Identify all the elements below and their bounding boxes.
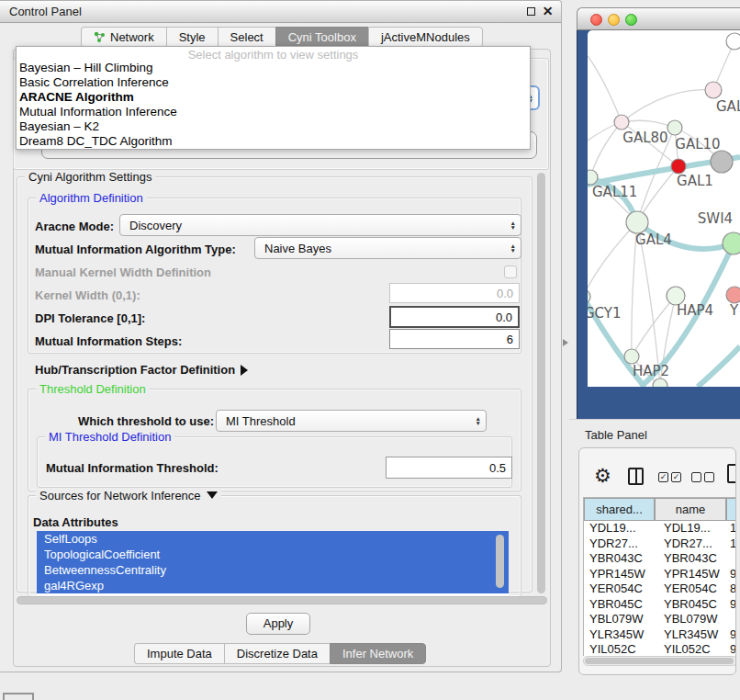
select-all-icon[interactable]: ✓✓ <box>658 472 681 482</box>
node-bottom[interactable] <box>653 378 667 387</box>
mi-steps-label: Mutual Information Steps: <box>35 334 182 348</box>
node-gray[interactable] <box>711 151 733 173</box>
algorithm-option[interactable]: Basic Correlation Inference <box>17 75 530 90</box>
node-gal10[interactable] <box>667 120 682 135</box>
tab-select[interactable]: Select <box>218 27 275 48</box>
kernel-width-label: Kernel Width (0,1): <box>35 288 140 302</box>
network-edge[interactable] <box>622 120 675 128</box>
table-cell: 9. <box>726 567 736 582</box>
table-cell <box>726 551 736 567</box>
table-row[interactable]: YER054CYER054C8. <box>584 581 736 597</box>
table-row[interactable]: YLR345WYLR345W9. <box>584 627 736 643</box>
tab-jactivemnodules[interactable]: jActiveMNodules <box>368 27 483 48</box>
column-header-clipped[interactable] <box>726 498 736 521</box>
deselect-all-icon[interactable] <box>691 472 714 482</box>
table-row[interactable]: YBR045CYBR045C9. <box>584 597 736 613</box>
algorithm-option[interactable]: Bayesian – Hill Climbing <box>17 61 530 75</box>
table-row[interactable]: YBR043CYBR043C <box>584 551 736 567</box>
node-label-gal11: GAL11 <box>592 184 637 200</box>
node-swi4[interactable] <box>723 232 740 254</box>
settings-horizontal-scrollbar[interactable] <box>17 596 547 604</box>
table-cell: YDL19... <box>584 521 655 536</box>
column-header-shared-name[interactable]: shared... <box>584 498 655 521</box>
tab-network[interactable]: Network <box>81 27 166 48</box>
table-cell: 9. <box>726 597 736 613</box>
attribute-item[interactable]: gal4RGexp <box>37 578 509 593</box>
settings-vertical-scrollbar[interactable] <box>537 173 545 593</box>
hub-definition-toggle[interactable]: Hub/Transcription Factor Definition <box>35 363 248 377</box>
network-edge[interactable] <box>622 90 713 122</box>
attribute-item[interactable]: TopologicalCoefficient <box>37 547 509 562</box>
algorithm-option[interactable]: Dream8 DC_TDC Algorithm <box>17 134 530 149</box>
node-salmon[interactable] <box>726 287 740 303</box>
table-row[interactable]: YIL052CYIL052C9 <box>584 642 736 656</box>
table-panel-title: Table Panel <box>585 428 647 442</box>
gear-icon[interactable]: ⚙ <box>594 465 611 487</box>
node-gal80[interactable] <box>614 115 629 130</box>
which-threshold-combo[interactable]: MI Threshold ▲▼ <box>216 410 487 432</box>
mi-steps-field[interactable]: 6 <box>389 329 520 349</box>
attribute-item[interactable]: BetweennessCentrality <box>37 562 509 578</box>
kernel-width-field[interactable]: 0.0 <box>389 283 520 303</box>
tab-style[interactable]: Style <box>166 27 218 48</box>
algorithm-option[interactable]: ARACNE Algorithm <box>17 90 530 105</box>
node-gal11[interactable] <box>588 170 598 185</box>
attribute-item[interactable]: SelfLoops <box>37 531 509 547</box>
tab-discretize-data[interactable]: Discretize Data <box>224 643 330 664</box>
table-row[interactable]: YDR27...YDR27...12 <box>584 536 736 552</box>
new-table-icon[interactable] <box>727 464 736 483</box>
zoom-traffic-icon[interactable] <box>625 14 637 26</box>
float-window-icon[interactable] <box>525 6 537 17</box>
table-row[interactable]: YPR145WYPR145W9. <box>584 567 736 582</box>
panel-collapse-arrow-icon[interactable] <box>563 339 568 346</box>
node-table[interactable]: shared... name YDL19...YDL19...13YDR27..… <box>583 497 736 656</box>
attributes-list-scrollbar[interactable] <box>496 535 504 588</box>
network-edge-highlighted[interactable] <box>698 346 740 387</box>
dpi-tolerance-field[interactable]: 0.0 <box>389 306 520 328</box>
algorithm-option[interactable]: Mutual Information Inference <box>17 105 530 119</box>
manual-kernel-width-checkbox[interactable] <box>504 265 517 278</box>
node-gcy1[interactable] <box>588 289 590 304</box>
table-cell: YBR045C <box>655 597 726 613</box>
table-row[interactable]: YDL19...YDL19...13 <box>584 521 736 536</box>
table-row[interactable]: YBL079WYBL079W <box>584 612 736 627</box>
tab-infer-network[interactable]: Infer Network <box>330 643 426 664</box>
node-red[interactable] <box>671 159 686 174</box>
close-panel-icon[interactable]: ✕ <box>542 6 554 17</box>
minimize-traffic-icon[interactable] <box>608 14 620 26</box>
table-cell: YER054C <box>584 581 655 597</box>
network-view-titlebar[interactable] <box>577 7 740 30</box>
table-cell <box>726 612 736 627</box>
mi-algorithm-type-combo[interactable]: Naive Bayes ▲▼ <box>254 237 521 259</box>
data-attributes-list[interactable]: SelfLoopsTopologicalCoefficientBetweenne… <box>37 531 509 595</box>
node-hap2[interactable] <box>624 349 639 364</box>
aracne-mode-combo[interactable]: Discovery ▲▼ <box>119 214 521 236</box>
node-gal4[interactable] <box>626 211 648 233</box>
node-gal7[interactable] <box>705 82 722 98</box>
control-panel-titlebar: Control Panel ✕ <box>0 1 561 23</box>
tab-impute-data[interactable]: Impute Data <box>134 643 224 664</box>
collapse-down-icon <box>207 491 218 499</box>
table-horizontal-scrollbar[interactable] <box>585 658 734 664</box>
tab-label: Style <box>179 30 206 44</box>
network-edge[interactable] <box>588 56 622 122</box>
column-header-name[interactable]: name <box>655 498 726 521</box>
columns-icon[interactable] <box>628 468 644 485</box>
data-attributes-label: Data Attributes <box>33 515 118 529</box>
table-cell: YPR145W <box>584 567 655 582</box>
node-unlabeled-top[interactable] <box>726 33 740 50</box>
network-edge[interactable] <box>590 122 622 177</box>
close-traffic-icon[interactable] <box>590 14 602 26</box>
table-cell: YIL052C <box>584 642 655 656</box>
control-panel-tabbar: NetworkStyleSelectCyni ToolboxjActiveMNo… <box>81 27 483 48</box>
algorithm-definition-title: Algorithm Definition <box>36 191 147 205</box>
network-canvas[interactable]: GAL7GAL80GAL10GAL1GAL11GAL4SWI4GCY1HAP4Y… <box>588 30 740 387</box>
network-edge[interactable] <box>588 222 637 297</box>
tab-cyni-toolbox[interactable]: Cyni Toolbox <box>275 27 368 48</box>
mi-threshold-field[interactable]: 0.5 <box>386 457 512 479</box>
apply-button[interactable]: Apply <box>246 613 310 635</box>
table-cell: YER054C <box>655 581 726 597</box>
sources-group-title[interactable]: Sources for Network Inference <box>36 489 221 502</box>
corner-widget[interactable] <box>3 693 34 700</box>
algorithm-option[interactable]: Bayesian – K2 <box>17 119 530 134</box>
